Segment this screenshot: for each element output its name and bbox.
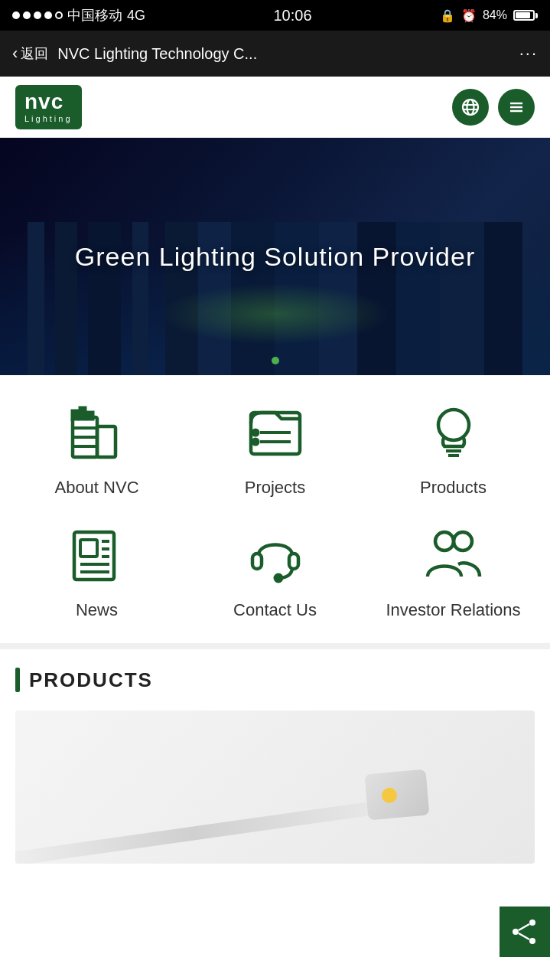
page-title: NVC Lighting Technology C... — [57, 45, 509, 63]
logo-lighting-text: Lighting — [24, 114, 73, 123]
back-label: 返回 — [21, 44, 48, 63]
svg-rect-14 — [73, 411, 77, 419]
network-label: 4G — [127, 8, 145, 24]
products-section-title: PRODUCTS — [29, 668, 153, 692]
svg-rect-13 — [88, 413, 93, 419]
nav-row-2: News Contact Us — [8, 521, 542, 620]
dot1 — [12, 11, 20, 19]
dot2 — [23, 11, 31, 19]
nav-label-investor-relations: Investor Relations — [386, 600, 520, 620]
svg-point-0 — [463, 100, 478, 115]
dot4 — [44, 11, 52, 19]
building-icon — [63, 398, 132, 467]
svg-point-18 — [253, 430, 258, 435]
svg-rect-24 — [80, 540, 97, 557]
status-right: 🔒 ⏰ 84% — [440, 8, 538, 23]
more-button[interactable]: ··· — [519, 44, 538, 64]
svg-rect-31 — [289, 554, 298, 569]
signal-dots — [12, 11, 63, 19]
svg-point-32 — [275, 575, 282, 581]
nav-label-news: News — [76, 600, 118, 620]
logo-nvc-text: nvc — [24, 91, 73, 113]
bulb-icon — [419, 398, 488, 467]
hero-glow — [161, 283, 390, 345]
led-strip — [15, 800, 382, 864]
headset-icon — [241, 521, 310, 590]
nav-item-products[interactable]: Products — [377, 398, 530, 498]
nav-label-about-nvc: About NVC — [54, 478, 138, 498]
svg-rect-8 — [97, 426, 116, 457]
lock-icon: 🔒 — [440, 8, 455, 23]
site-header: nvc Lighting — [0, 77, 550, 138]
dot3 — [34, 11, 41, 19]
nav-row-1: About NVC Projects — [8, 398, 542, 498]
alarm-icon: ⏰ — [461, 8, 477, 23]
hero-banner: Green Lighting Solution Provider — [0, 138, 550, 375]
logo[interactable]: nvc Lighting — [15, 85, 82, 129]
people-icon — [419, 521, 488, 590]
svg-rect-30 — [252, 554, 262, 569]
section-divider — [0, 643, 550, 649]
nav-item-about-nvc[interactable]: About NVC — [21, 398, 174, 498]
products-section: PRODUCTS — [0, 649, 550, 882]
nav-label-projects: Projects — [245, 478, 305, 498]
list-icon — [241, 398, 310, 467]
hero-tagline: Green Lighting Solution Provider — [75, 242, 475, 272]
svg-rect-12 — [80, 408, 85, 419]
globe-button[interactable] — [452, 89, 489, 126]
status-left: 中国移动 4G — [12, 6, 145, 24]
dot5 — [55, 11, 63, 19]
nav-item-contact-us[interactable]: Contact Us — [199, 521, 352, 620]
back-button[interactable]: ‹ 返回 — [12, 44, 48, 64]
browser-bar: ‹ 返回 NVC Lighting Technology C... ··· — [0, 31, 550, 77]
nav-item-news[interactable]: News — [21, 521, 174, 620]
svg-point-1 — [467, 100, 474, 115]
time-display: 10:06 — [273, 7, 311, 24]
products-image-area — [15, 710, 535, 864]
nav-label-contact-us: Contact Us — [233, 600, 317, 620]
products-header: PRODUCTS — [15, 668, 535, 692]
battery-icon — [513, 10, 538, 21]
newspaper-icon — [63, 521, 132, 590]
led-connector — [365, 769, 430, 821]
back-chevron-icon: ‹ — [12, 44, 18, 64]
menu-icon — [506, 97, 526, 117]
status-bar: 中国移动 4G 10:06 🔒 ⏰ 84% — [0, 0, 550, 31]
svg-point-19 — [253, 439, 258, 444]
nav-item-projects[interactable]: Projects — [199, 398, 352, 498]
products-accent-bar — [15, 668, 20, 692]
carrier-label: 中国移动 — [67, 6, 122, 24]
hero-indicator-dot — [272, 357, 279, 364]
nav-grid: About NVC Projects — [0, 375, 550, 643]
globe-icon — [461, 97, 480, 117]
svg-point-34 — [454, 532, 472, 550]
nav-item-investor-relations[interactable]: Investor Relations — [377, 521, 530, 620]
svg-point-33 — [435, 532, 454, 550]
nav-label-products: Products — [420, 478, 487, 498]
header-icons — [452, 89, 535, 126]
battery-label: 84% — [483, 8, 507, 22]
menu-button[interactable] — [498, 89, 535, 126]
